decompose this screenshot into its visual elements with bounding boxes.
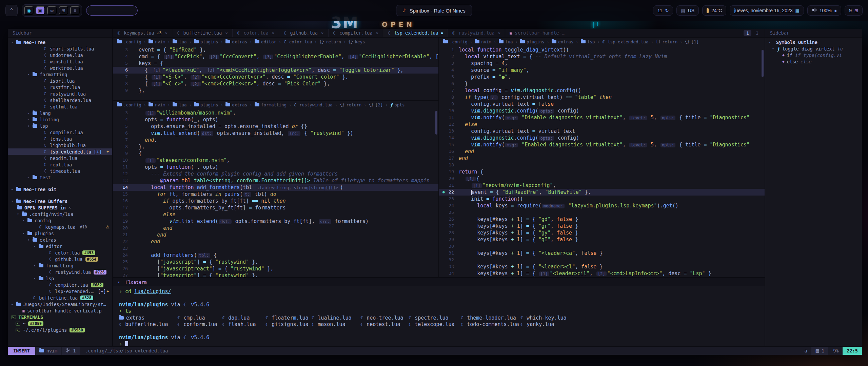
breadcrumb-item[interactable]: extras	[552, 39, 573, 44]
section-header[interactable]: ▾Symbols Outline	[765, 39, 862, 45]
breadcrumb-item[interactable]: []return	[656, 39, 677, 44]
tree-item[interactable]: ☾timeout.lua	[8, 168, 112, 174]
keyboard-layout-pill[interactable]: ▤US	[676, 5, 699, 16]
updates-pill[interactable]: 11↻	[653, 5, 673, 16]
tab[interactable]: ☾github.lua×	[279, 29, 328, 37]
tree-item[interactable]: ☾sqlfmt.lua	[8, 103, 112, 110]
quick-button[interactable]: ◉	[24, 6, 34, 15]
breadcrumb-item[interactable]: .config	[117, 39, 141, 44]
ls-entry[interactable]: ☾theme-loader.lua	[461, 315, 520, 321]
breadcrumb-item[interactable]: {}return	[340, 102, 361, 107]
breadcrumb-item[interactable]: .config	[443, 39, 468, 44]
tree-item[interactable]: ▾editor	[8, 243, 112, 249]
ls-entry[interactable]: ☾neo-tree.lua	[360, 315, 409, 321]
ls-entry[interactable]: ☾floaterm.lua	[265, 315, 312, 321]
tree-item[interactable]: ☾lens.lua	[8, 136, 112, 142]
code-area[interactable]: 3 [1]"williamboman/mason.nvim",4 opts = …	[113, 109, 438, 277]
ls-entry[interactable]: ☾bufferline.lua	[119, 321, 177, 327]
breadcrumb-item[interactable]: plugins	[520, 39, 545, 44]
section-header[interactable]: >_TERMINALS	[8, 314, 112, 320]
tree-item[interactable]: ☾worktree.lua	[8, 65, 112, 71]
tree-item[interactable]: >_~#2859	[8, 320, 112, 327]
breadcrumb-item[interactable]: lua	[173, 102, 187, 107]
tree-item[interactable]: ☾github.lua#654	[8, 256, 112, 262]
ls-entry[interactable]: ☾mason.lua	[312, 321, 360, 327]
tree-item[interactable]: ☾neodim.lua	[8, 155, 112, 161]
tree-item[interactable]: ▣scrollbar-handle-vertical.p	[8, 307, 112, 314]
tree-item[interactable]: ▾lsp	[8, 275, 112, 282]
tab[interactable]: ☾bufferline.lua×	[172, 29, 233, 37]
breadcrumb-item[interactable]: lua	[173, 39, 187, 44]
tree-item[interactable]: ☾winshift.lua	[8, 58, 112, 65]
tree-item[interactable]: ☾repl.lua	[8, 161, 112, 168]
tree-item[interactable]: ☾bufferline.lua#328	[8, 294, 112, 301]
workspace-input[interactable]	[86, 5, 138, 16]
breadcrumb-item[interactable]: editor	[255, 39, 276, 44]
tree-item[interactable]: ▾formatting	[8, 71, 112, 78]
weather-pill[interactable]: 24°C	[702, 5, 726, 16]
tree-item[interactable]: ☾lsp-extended.lu[+]✦	[8, 148, 112, 155]
launcher-button[interactable]: ^	[5, 5, 18, 16]
outline-item[interactable]: ▾ƒtoggle_diag_virtextfu	[765, 45, 862, 52]
tree-item[interactable]: ▾lsp	[8, 123, 112, 129]
section-header[interactable]: ▾Neo-Tree	[8, 39, 112, 45]
tree-item[interactable]: ☾rustywind.lua	[8, 90, 112, 97]
tree-item[interactable]: ▸linting	[8, 116, 112, 123]
breadcrumb-item[interactable]: formatting	[255, 102, 287, 107]
tree-item[interactable]: ☾smart-splits.lua	[8, 45, 112, 52]
section-header[interactable]: OPEN BUFFERS in ~	[8, 204, 112, 211]
ls-entry[interactable]: ☾cmp.lua	[177, 315, 222, 321]
code-area[interactable]: 1local function toggle_diag_virtext()2 l…	[439, 46, 765, 277]
breadcrumb-item[interactable]: extras	[225, 39, 247, 44]
quick-button[interactable]: ▣	[36, 6, 45, 15]
tree-item[interactable]: ▾config	[8, 217, 112, 224]
tree-item[interactable]: ☾rustfmt.lua	[8, 84, 112, 90]
breadcrumb-item[interactable]: extras	[225, 102, 247, 107]
ls-entry[interactable]: ☾telescope.lua	[409, 321, 461, 327]
ls-entry[interactable]: ☾lualine.lua	[312, 315, 360, 321]
tree-item[interactable]: ☾undotree.lua	[8, 52, 112, 58]
breadcrumb-item[interactable]: {}return	[319, 39, 341, 44]
breadcrumb-item[interactable]: lsp	[581, 39, 595, 44]
close-icon[interactable]: ×	[272, 30, 275, 36]
tree-item[interactable]: ☾rustywind.lua#726	[8, 269, 112, 275]
breadcrumb-item[interactable]: .config	[117, 102, 141, 107]
tab[interactable]: ▣scrollbar-handle-…	[505, 29, 569, 37]
ls-entry[interactable]: ☾gitsigns.lua	[265, 321, 312, 327]
ls-entry[interactable]: extras	[119, 315, 177, 321]
breadcrumb-item[interactable]: ƒopts	[390, 102, 405, 107]
section-header[interactable]: ▸Neo-Tree Git	[8, 186, 112, 192]
breadcrumb-item[interactable]: nvim	[149, 102, 165, 107]
tabpage[interactable]: 2	[753, 30, 761, 36]
code-area[interactable]: 3 event = { "BufRead" },4 cmd = { [1]"Cc…	[113, 46, 438, 100]
breadcrumb-item[interactable]: plugins	[194, 102, 218, 107]
terminal[interactable]: › cd lua/plugins/nvim/lua/plugins via ☾ …	[113, 286, 765, 346]
tabpage[interactable]: 1	[744, 30, 752, 36]
quick-button[interactable]: ≡	[70, 6, 80, 15]
breadcrumb-item[interactable]: lua	[499, 39, 513, 44]
apps-pill[interactable]: 9⊞	[845, 5, 863, 16]
breadcrumb-item[interactable]: ☾color.lua	[284, 39, 312, 44]
breadcrumb-item[interactable]: nvim	[475, 39, 491, 44]
editor-pane-rustywind-lua[interactable]: .config›nvim›lua›plugins›extras›formatti…	[113, 101, 438, 277]
outline-item[interactable]: ◈elseelse	[765, 58, 862, 65]
editor-pane-color-lua[interactable]: .config›nvim›lua›plugins›extras›editor›☾…	[113, 38, 438, 100]
scrollbar-handle[interactable]	[762, 50, 764, 77]
breadcrumb-item[interactable]: ☾rustywind.lua	[294, 102, 333, 107]
tab[interactable]: ☾rustywind.lua×	[448, 29, 506, 37]
tab[interactable]: ☾lsp-extended.lua●	[383, 29, 448, 37]
now-playing[interactable]: ♪ Spiritbox - Rule Of Nines	[396, 5, 472, 16]
ls-entry[interactable]: ☾dap.lua	[222, 315, 265, 321]
ls-entry[interactable]: ☾todo-comments.lua	[461, 321, 520, 327]
tab[interactable]: ☾color.lua×	[233, 29, 279, 37]
tree-item[interactable]: ☾compiler.lua	[8, 129, 112, 136]
symbols-outline[interactable]: ▾Symbols Outline▾ƒtoggle_diag_virtextfu◈…	[765, 38, 862, 346]
tree-item[interactable]: >_~/.c/n/l/plugins#3980	[8, 327, 112, 333]
breadcrumb-item[interactable]: {}keys	[349, 39, 365, 44]
tree-item[interactable]: ▾plugins	[8, 230, 112, 237]
close-icon[interactable]: ×	[165, 30, 167, 36]
scrollbar-handle[interactable]	[435, 111, 437, 135]
tree-item[interactable]: ▾extras	[8, 237, 112, 243]
date-pill[interactable]: jueves, noviembre 16, 2023▦	[730, 5, 804, 16]
tree-item[interactable]: ☾color.lua#493	[8, 249, 112, 256]
